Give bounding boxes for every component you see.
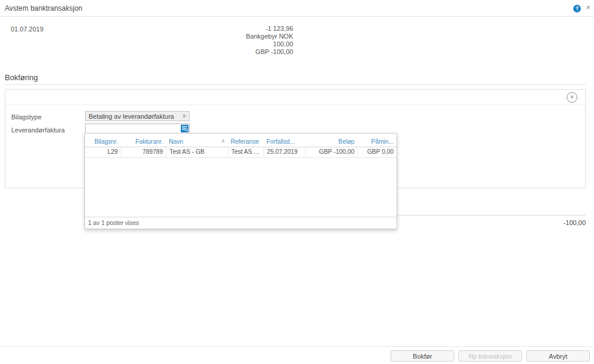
- bokforing-heading: Bokføring: [5, 73, 586, 85]
- chevron-down-icon: ∨: [182, 112, 186, 121]
- column-header-navn[interactable]: Navn ∧: [166, 134, 228, 147]
- dialog-title: Avstem banktransaksjon: [5, 4, 83, 12]
- footer-buttons: Bokfør Ny transaksjon Avbryt: [391, 350, 590, 362]
- transaction-amounts: -1 123,96 Bankgebyr NOK 100,00 GBP -100,…: [246, 25, 293, 56]
- reconcile-bank-transaction-dialog: Avstem banktransaksjon ? × 01.07.2019 -1…: [0, 0, 594, 364]
- invoice-row[interactable]: L29 789789 Test AS - GB Test AS - GB... …: [85, 147, 397, 158]
- sum-amount: -100,00: [564, 219, 586, 226]
- column-header-bilagsnr[interactable]: Bilagsnr.: [85, 134, 121, 147]
- picker-result-count: 1 av 1 poster vises: [85, 217, 397, 229]
- cell-referanse: Test AS - GB...: [228, 147, 263, 157]
- picker-empty-area: [85, 158, 397, 217]
- cell-navn: Test AS - GB: [166, 147, 228, 157]
- cell-bilagsnr: L29: [85, 147, 121, 157]
- invoice-picker-dropdown: Bilagsnr. Fakturanr. Navn ∧ Referanse Fo…: [84, 133, 397, 229]
- column-header-belop[interactable]: Beløp: [306, 134, 357, 147]
- column-header-pamin[interactable]: Påmin...: [357, 134, 397, 147]
- bilagstype-selected-value: Betaling av leverandørfaktura: [89, 112, 174, 121]
- footer-divider: [0, 346, 594, 347]
- leverandorfaktura-field-box: [85, 124, 190, 134]
- help-icon[interactable]: ?: [573, 5, 581, 12]
- column-header-forfallsdato[interactable]: Forfallsd...: [263, 134, 306, 147]
- cell-forfallsdato: 25.07.2019: [263, 147, 306, 157]
- leverandorfaktura-label: Leverandørfaktura: [11, 126, 65, 134]
- ny-transaksjon-button[interactable]: Ny transaksjon: [458, 350, 522, 362]
- lookup-icon[interactable]: [181, 125, 188, 132]
- transaction-amount-line: -1 123,96: [246, 25, 293, 33]
- cell-fakturanr: 789789: [121, 147, 166, 157]
- invoice-picker-header: Bilagsnr. Fakturanr. Navn ∧ Referanse Fo…: [85, 134, 397, 147]
- avbryt-button[interactable]: Avbryt: [526, 350, 590, 362]
- close-icon[interactable]: ×: [586, 3, 590, 12]
- column-header-referanse[interactable]: Referanse: [228, 134, 263, 147]
- transaction-date: 01.07.2019: [11, 26, 43, 33]
- cell-pamin: GBP 0,00: [357, 147, 397, 157]
- sort-ascending-icon: ∧: [221, 138, 225, 144]
- column-header-fakturanr[interactable]: Fakturanr.: [121, 134, 166, 147]
- bilagstype-select[interactable]: Betaling av leverandørfaktura ∨: [85, 111, 190, 121]
- bilagstype-label: Bilagstype: [11, 113, 42, 121]
- transaction-amount-line: Bankgebyr NOK: [246, 33, 293, 40]
- remove-row-icon[interactable]: ×: [567, 92, 577, 103]
- transaction-amount-line: 100,00: [246, 40, 293, 48]
- bokfor-button[interactable]: Bokfør: [391, 350, 454, 362]
- dialog-titlebar: Avstem banktransaksjon ? ×: [0, 0, 594, 17]
- booking-row-toolbar: ×: [5, 90, 585, 105]
- transaction-amount-line: GBP -100,00: [246, 48, 293, 56]
- cell-belop: GBP -100,00: [306, 147, 357, 157]
- leverandorfaktura-input[interactable]: [87, 125, 177, 132]
- sum-divider: [392, 215, 586, 216]
